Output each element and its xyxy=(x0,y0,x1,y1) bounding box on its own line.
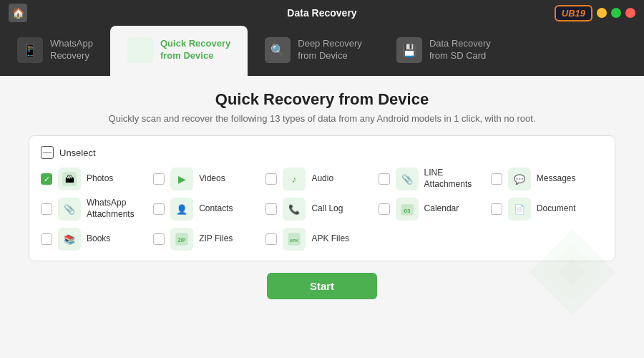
svg-text:💾: 💾 xyxy=(402,43,417,58)
unselect-icon: — xyxy=(41,146,54,159)
list-item[interactable]: 💬 Messages xyxy=(491,168,600,190)
svg-text:ZIP: ZIP xyxy=(178,238,186,243)
list-item[interactable]: 📎 WhatsAppAttachments xyxy=(41,198,150,221)
tab-bar: 📱 WhatsAppRecovery 📲 Quick Recoveryfrom … xyxy=(0,26,644,76)
tab-sdcard-recovery[interactable]: 💾 Data Recoveryfrom SD Card xyxy=(379,26,508,76)
main-content: Quick Recovery from Device Quickly scan … xyxy=(0,76,644,358)
svg-text:📞: 📞 xyxy=(288,203,301,216)
list-item[interactable]: APK APK Files xyxy=(265,228,375,251)
apk-label: APK Files xyxy=(311,233,349,245)
audio-label: Audio xyxy=(311,173,333,185)
list-item[interactable]: 📎 LINEAttachments xyxy=(379,168,488,190)
svg-text:📚: 📚 xyxy=(64,233,76,246)
list-item[interactable]: 03 Calendar xyxy=(379,198,488,221)
tab-deep-label: Deep Recoveryfrom Device xyxy=(298,38,362,62)
start-button[interactable]: Start xyxy=(267,273,377,299)
books-checkbox[interactable] xyxy=(41,233,52,245)
svg-rect-2 xyxy=(127,37,153,63)
calendar-label: Calendar xyxy=(424,203,459,215)
calllog-label: Call Log xyxy=(311,203,343,215)
books-icon-wrap: 📚 xyxy=(58,228,81,251)
svg-text:📎: 📎 xyxy=(401,173,414,185)
zip-label: ZIP Files xyxy=(199,233,233,245)
list-item[interactable]: 📚 Books xyxy=(41,228,150,251)
list-item[interactable]: ✓ 🏔 Photos xyxy=(41,168,150,190)
svg-text:03: 03 xyxy=(404,208,410,214)
page-title: Quick Recovery from Device xyxy=(29,90,615,109)
watermark: UB19 xyxy=(555,5,592,21)
title-bar: 🏠 Data Recovery UB19 xyxy=(0,0,644,26)
title-bar-left: 🏠 xyxy=(9,4,27,22)
svg-text:♪: ♪ xyxy=(292,174,297,185)
apk-checkbox[interactable] xyxy=(265,233,277,245)
document-icon-wrap: 📄 xyxy=(508,198,531,221)
tab-sdcard-label: Data Recoveryfrom SD Card xyxy=(429,38,491,62)
photos-icon-wrap: 🏔 xyxy=(58,168,81,190)
messages-icon-wrap: 💬 xyxy=(508,168,531,190)
maximize-button[interactable] xyxy=(611,8,621,18)
svg-text:🏔: 🏔 xyxy=(65,174,74,185)
start-section: Start xyxy=(29,273,615,299)
svg-text:APK: APK xyxy=(290,238,299,243)
svg-text:📱: 📱 xyxy=(23,43,38,58)
zip-checkbox[interactable] xyxy=(153,233,165,245)
tab-quick-label: Quick Recoveryfrom Device xyxy=(160,38,230,62)
unselect-label: Unselect xyxy=(59,147,96,158)
line-icon-wrap: 📎 xyxy=(396,168,419,190)
contacts-checkbox[interactable] xyxy=(153,203,165,215)
whatsapp-checkbox[interactable] xyxy=(41,203,52,215)
svg-text:👤: 👤 xyxy=(176,203,188,216)
list-item[interactable]: 📄 Document xyxy=(491,198,600,221)
document-label: Document xyxy=(537,203,576,215)
whatsapp-label: WhatsAppAttachments xyxy=(87,198,135,220)
calllog-checkbox[interactable] xyxy=(265,203,277,215)
title-bar-controls: UB19 xyxy=(555,5,635,21)
books-label: Books xyxy=(87,233,110,245)
list-item[interactable]: 📞 Call Log xyxy=(265,198,375,221)
tab-deep-recovery[interactable]: 🔍 Deep Recoveryfrom Device xyxy=(248,26,379,76)
calendar-checkbox[interactable] xyxy=(379,203,390,215)
contacts-label: Contacts xyxy=(199,203,233,215)
videos-icon-wrap: ▶ xyxy=(170,168,193,190)
close-button[interactable] xyxy=(625,8,635,18)
svg-text:🔍: 🔍 xyxy=(270,43,286,58)
messages-label: Messages xyxy=(537,173,576,185)
contacts-icon-wrap: 👤 xyxy=(170,198,193,221)
tab-whatsapp-label: WhatsAppRecovery xyxy=(50,38,93,62)
list-item[interactable]: ZIP ZIP Files xyxy=(153,228,263,251)
decorative-diamond xyxy=(530,229,615,315)
document-checkbox[interactable] xyxy=(491,203,502,215)
line-label: LINEAttachments xyxy=(424,168,472,190)
svg-text:📎: 📎 xyxy=(64,203,76,216)
home-icon: 🏠 xyxy=(12,7,24,19)
data-grid: ✓ 🏔 Photos ▶ Videos ♪ xyxy=(41,168,600,251)
videos-checkbox[interactable] xyxy=(153,173,165,185)
svg-text:📄: 📄 xyxy=(514,203,526,216)
calllog-icon-wrap: 📞 xyxy=(283,198,306,221)
zip-icon-wrap: ZIP xyxy=(170,228,193,251)
app-title: Data Recovery xyxy=(287,7,356,19)
svg-text:▶: ▶ xyxy=(178,173,186,185)
list-item[interactable]: ▶ Videos xyxy=(153,168,263,190)
tab-whatsapp-recovery[interactable]: 📱 WhatsAppRecovery xyxy=(0,26,110,76)
photos-checkbox[interactable]: ✓ xyxy=(41,173,52,185)
list-item[interactable]: ♪ Audio xyxy=(265,168,375,190)
page-subtitle: Quickly scan and recover the following 1… xyxy=(29,113,615,124)
unselect-row[interactable]: — Unselect xyxy=(41,146,600,159)
apk-icon-wrap: APK xyxy=(283,228,306,251)
selection-box: — Unselect ✓ 🏔 Photos ▶ Videos xyxy=(29,135,615,261)
calendar-icon-wrap: 03 xyxy=(396,198,419,221)
line-checkbox[interactable] xyxy=(379,173,390,185)
list-item[interactable]: 👤 Contacts xyxy=(153,198,263,221)
minimize-button[interactable] xyxy=(597,8,607,18)
svg-text:💬: 💬 xyxy=(514,173,526,185)
messages-checkbox[interactable] xyxy=(491,173,502,185)
tab-quick-recovery[interactable]: 📲 Quick Recoveryfrom Device xyxy=(110,26,248,76)
audio-checkbox[interactable] xyxy=(265,173,277,185)
home-button[interactable]: 🏠 xyxy=(9,4,27,22)
photos-label: Photos xyxy=(87,173,113,185)
whatsapp-icon-wrap: 📎 xyxy=(58,198,81,221)
videos-label: Videos xyxy=(199,173,225,185)
audio-icon-wrap: ♪ xyxy=(283,168,306,190)
